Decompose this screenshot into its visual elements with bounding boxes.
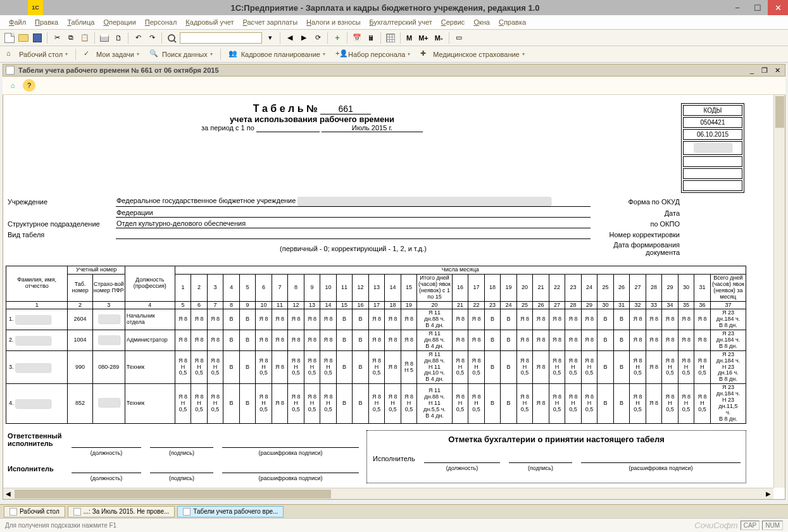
paste-icon[interactable]: 📋 bbox=[79, 32, 91, 44]
appbar-icon: ✓ bbox=[84, 49, 94, 59]
menu-0[interactable]: Файл bbox=[5, 17, 30, 27]
nav-fwd-icon[interactable]: ▶ bbox=[298, 32, 310, 44]
timesheet-table: Фамилия, имя, отчество Учетный номер Дол… bbox=[6, 266, 746, 423]
preview-icon[interactable]: ⌂ bbox=[6, 79, 19, 92]
doc-restore-button[interactable]: ❐ bbox=[760, 66, 770, 75]
menu-2[interactable]: Таблица bbox=[63, 17, 98, 27]
menu-8[interactable]: Бухгалтерский учет bbox=[366, 17, 436, 27]
appbar-icon: ✚ bbox=[420, 49, 430, 59]
add-icon[interactable]: + bbox=[332, 32, 343, 44]
menu-7[interactable]: Налоги и взносы bbox=[303, 17, 365, 27]
document-toolbar: ⌂ ? bbox=[3, 77, 785, 95]
report-subtitle: учета использования рабочего времени bbox=[8, 114, 616, 124]
menu-4[interactable]: Персонал bbox=[141, 17, 181, 27]
appbar-icon: 👥 bbox=[228, 49, 239, 59]
standard-toolbar: ✂ ⧉ 📋 🗋 ↶ ↷ ▾ ◀ ▶ ⟳ + 📅 🖩 M M+ M- ▭ bbox=[0, 30, 788, 46]
help-icon[interactable]: ? bbox=[23, 79, 35, 92]
cut-icon[interactable]: ✂ bbox=[51, 32, 63, 44]
search-input[interactable] bbox=[180, 32, 262, 44]
m-minus-button[interactable]: M- bbox=[433, 34, 445, 42]
table-row: 2. 1004АдминистраторЯ 8Я 8Я 8ВВЯ 8Я 8Я 8… bbox=[6, 330, 746, 351]
refresh-icon[interactable]: ⟳ bbox=[312, 32, 323, 44]
appbar-icon: 🔍 bbox=[149, 49, 159, 59]
document-title: Табели учета рабочего времени № 661 от 0… bbox=[18, 66, 747, 74]
appbar-мои-задачи[interactable]: ✓Мои задачи▾ bbox=[81, 48, 142, 61]
table-row: 1. 2604Начальник отделаЯ 8Я 8Я 8ВВЯ 8Я 8… bbox=[6, 309, 746, 330]
m-plus-button[interactable]: M+ bbox=[416, 34, 430, 42]
appbar-поиск-данных[interactable]: 🔍Поиск данных▾ bbox=[147, 48, 215, 61]
calendar-icon[interactable]: 📅 bbox=[351, 32, 363, 44]
menu-5[interactable]: Кадровый учет bbox=[182, 17, 237, 27]
appbar-набор-персонала[interactable]: +👤Набор персонала▾ bbox=[333, 48, 413, 61]
appbar-icon: ⌂ bbox=[6, 49, 16, 59]
new-file-icon[interactable] bbox=[4, 32, 15, 44]
app-icon-1c: 1C bbox=[28, 0, 43, 15]
appbar-рабочий-стол[interactable]: ⌂Рабочий стол▾ bbox=[4, 48, 70, 61]
table-row: 4. 852ТехникЯ 8Н0,5Я 8Н0,5Я 8Н0,5ВВЯ 8Н0… bbox=[6, 384, 746, 423]
subdivision-label: Структурное подразделение bbox=[7, 219, 115, 228]
responsible-label: Ответственный исполнитель bbox=[7, 431, 70, 448]
horizontal-scrollbar[interactable]: ◀▶ bbox=[3, 488, 773, 499]
window-minimize-button[interactable]: − bbox=[727, 0, 747, 15]
doc-close-button[interactable]: ✕ bbox=[772, 66, 782, 75]
menu-3[interactable]: Операции bbox=[99, 17, 139, 27]
codes-table: КОДЫ 0504421 06.10.2015 bbox=[681, 103, 744, 193]
main-menu: ФайлПравкаТаблицаОперацииПерсоналКадровы… bbox=[0, 15, 788, 30]
vertical-scrollbar[interactable] bbox=[773, 95, 785, 488]
appbar-icon: +👤 bbox=[335, 49, 346, 59]
doc-minimize-button[interactable]: _ bbox=[747, 66, 757, 75]
document-tab: Табели учета рабочего времени № 661 от 0… bbox=[3, 64, 785, 77]
window-maximize-button[interactable]: ☐ bbox=[747, 0, 768, 15]
document-icon bbox=[6, 66, 15, 75]
windows-icon[interactable]: ▭ bbox=[453, 32, 465, 44]
search-icon[interactable] bbox=[166, 32, 177, 44]
window-title: 1С:Предприятие - Зарплата и кадры бюджет… bbox=[43, 3, 727, 13]
menu-11[interactable]: Справка bbox=[495, 17, 530, 27]
report-title: Т а б е л ь № 661 bbox=[8, 103, 616, 114]
appbar-медицинское-страхование[interactable]: ✚Медицинское страхование▾ bbox=[418, 48, 527, 61]
table-row: 3. 990080-289ТехникЯ 8Н0,5Я 8Н0,5Я 8Н0,5… bbox=[6, 350, 746, 383]
institution-label: Учреждение bbox=[7, 196, 115, 207]
redo-icon[interactable]: ↷ bbox=[146, 32, 158, 44]
search-dropdown-icon[interactable]: ▾ bbox=[265, 32, 276, 44]
appbar-кадровое-планирование[interactable]: 👥Кадровое планирование▾ bbox=[226, 48, 328, 61]
menu-6[interactable]: Расчет зарплаты bbox=[239, 17, 302, 27]
print-preview-icon[interactable]: 🗋 bbox=[113, 32, 124, 44]
menu-10[interactable]: Окна bbox=[470, 17, 494, 27]
print-icon[interactable] bbox=[99, 32, 110, 44]
undo-icon[interactable]: ↶ bbox=[132, 32, 144, 44]
menu-9[interactable]: Сервис bbox=[437, 17, 469, 27]
copy-icon[interactable]: ⧉ bbox=[65, 32, 77, 44]
window-titlebar: 1C 1С:Предприятие - Зарплата и кадры бюд… bbox=[0, 0, 788, 15]
app-toolbar: ⌂Рабочий стол▾✓Мои задачи▾🔍Поиск данных▾… bbox=[0, 46, 788, 63]
calc-icon[interactable]: 🖩 bbox=[365, 32, 377, 44]
m-button[interactable]: M bbox=[404, 34, 414, 42]
grid-icon[interactable] bbox=[385, 32, 396, 44]
menu-1[interactable]: Правка bbox=[31, 17, 62, 27]
accounting-title: Отметка бухгалтерии о принятии настоящег… bbox=[371, 435, 742, 444]
window-close-button[interactable]: ✕ bbox=[768, 0, 788, 15]
save-icon[interactable] bbox=[32, 32, 43, 44]
executor-label: Исполнитель bbox=[7, 464, 70, 473]
type-label: Вид табеля bbox=[7, 230, 115, 239]
open-icon[interactable] bbox=[18, 32, 29, 44]
nav-back-icon[interactable]: ◀ bbox=[284, 32, 296, 44]
